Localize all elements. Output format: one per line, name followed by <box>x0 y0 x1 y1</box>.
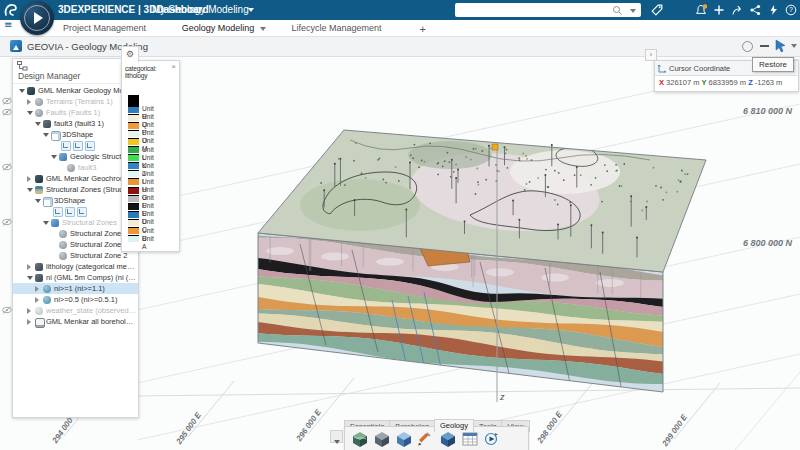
block-model-icon[interactable] <box>373 430 391 448</box>
gear-icon[interactable]: ⚙ <box>126 49 134 59</box>
representation-badge-icon[interactable] <box>61 141 71 151</box>
tree-item[interactable]: ni>=1 (ni>=1.1) <box>13 283 138 294</box>
expand-arrow-icon[interactable] <box>27 111 33 115</box>
search-options-chevron-icon[interactable] <box>630 9 636 13</box>
menu-icon[interactable]: ≡ <box>4 19 12 30</box>
collapse-arrow-icon[interactable] <box>27 99 31 105</box>
hidden-eye-slash-icon[interactable] <box>2 306 12 314</box>
restore-icon[interactable] <box>774 39 787 53</box>
table-view-icon[interactable] <box>461 430 479 448</box>
weather-node-icon <box>35 307 43 315</box>
tree-item[interactable]: GML Menkar Geology Models A <box>13 85 138 96</box>
run-compute-icon[interactable] <box>483 430 501 448</box>
solid-model-icon[interactable] <box>439 430 457 448</box>
representation-badge-icon[interactable] <box>77 207 87 217</box>
tree-item[interactable]: weather_state (observed weather st <box>13 305 138 316</box>
tree-item[interactable]: 3DShape <box>13 195 138 206</box>
add-tab-button[interactable]: + <box>419 23 425 38</box>
restore-tooltip: Restore <box>752 57 794 72</box>
tree-item[interactable]: ni>=0.5 (ni>=0.5.1) <box>13 294 138 305</box>
3dcompass-icon[interactable] <box>20 1 54 35</box>
edit-geology-icon[interactable] <box>417 430 435 448</box>
geology-shape-icon[interactable] <box>395 430 413 448</box>
minimize-icon[interactable] <box>760 45 769 47</box>
hidden-eye-slash-icon[interactable] <box>2 97 12 105</box>
tree-item[interactable]: fault3 (fault3 1) <box>13 118 138 129</box>
tree-item[interactable]: lithology (categorical measurement) <box>13 261 138 272</box>
tree-item[interactable]: Structural Zone 1 <box>13 239 138 250</box>
tree-item[interactable]: 3DShape <box>13 129 138 140</box>
legend-color-swatch <box>128 146 139 153</box>
tree-item[interactable]: ni (GML 5m Comps) (ni (GML 5m C <box>13 272 138 283</box>
expand-arrow-icon[interactable] <box>43 221 49 225</box>
workspace-chevron-icon[interactable] <box>248 8 254 12</box>
representation-badge-icon[interactable] <box>73 141 83 151</box>
hidden-eye-slash-icon[interactable] <box>2 218 12 226</box>
tree-item[interactable]: Faults (Faults 1) <box>13 107 138 118</box>
design-tree-icon[interactable] <box>17 61 28 71</box>
view-options-chevron-icon[interactable] <box>791 44 797 48</box>
assistant-icon[interactable] <box>767 4 779 16</box>
collaborate-icon[interactable] <box>749 4 761 16</box>
action-tab-geology[interactable]: Geology <box>434 419 474 432</box>
dashboard-tab-project-management[interactable]: Project Management <box>63 23 146 38</box>
search-icon[interactable] <box>612 5 623 16</box>
tab-chevron-icon[interactable] <box>260 27 266 31</box>
hidden-eye-slash-icon[interactable] <box>2 108 12 116</box>
collapse-arrow-icon[interactable] <box>27 176 31 182</box>
tree-item[interactable]: Structural Zones (Structural Zone <box>13 184 138 195</box>
dashboard-tab-geology-modeling[interactable]: Geology Modeling <box>182 23 267 38</box>
top-bar: 3DEXPERIENCE | 3DDashboard My Geology Mo… <box>0 0 800 20</box>
cube-node-icon <box>35 274 43 282</box>
record-circle-icon[interactable] <box>742 41 753 52</box>
workspace-title[interactable]: My Geology Modeling <box>152 4 249 15</box>
tree-item[interactable]: GML Menkar all boreholes (2) <box>13 316 138 327</box>
expand-arrow-icon[interactable] <box>35 199 41 203</box>
north-coordinate-label: 6 810 000 N <box>722 106 792 116</box>
expand-arrow-icon[interactable] <box>27 188 33 192</box>
dashboard-tab-lifecycle-management[interactable]: Lifecycle Management <box>291 23 381 38</box>
collapse-arrow-icon[interactable] <box>27 264 31 270</box>
search-input[interactable] <box>455 3 641 17</box>
help-icon[interactable]: ? <box>785 4 797 16</box>
collapse-arrow-icon[interactable] <box>35 297 39 303</box>
tree-item[interactable]: Geologic Structure <box>13 151 138 162</box>
tree-item[interactable]: Structural Zone 2 <box>13 250 138 261</box>
cursor-coordinates: X 326107 m Y 6833959 m Z -1263 m <box>659 78 782 87</box>
representation-badge-icon[interactable] <box>85 141 95 151</box>
legend-color-swatch <box>128 106 139 113</box>
expand-arrow-icon[interactable] <box>43 133 49 137</box>
iso-node-icon <box>43 285 51 293</box>
tree-item[interactable]: Terrains (Terrains 1) <box>13 96 138 107</box>
shape-node-icon <box>51 131 61 141</box>
hidden-eye-slash-icon[interactable] <box>2 163 12 171</box>
tree-item[interactable]: Structural Zone 0 <box>13 228 138 239</box>
legend-settings-tab[interactable]: ⚙ <box>121 46 139 62</box>
collapse-arrow-icon[interactable] <box>27 308 31 314</box>
representation-badge-icon[interactable] <box>53 207 63 217</box>
add-icon[interactable] <box>713 4 725 16</box>
action-bar-collapse-button[interactable] <box>330 430 343 443</box>
terrain-model-icon[interactable] <box>351 430 369 448</box>
expand-arrow-icon[interactable] <box>19 89 25 93</box>
representation-badge-row[interactable] <box>13 206 138 217</box>
collapse-arrow-icon[interactable] <box>27 319 31 325</box>
tree-item[interactable]: fault3 <box>13 162 138 173</box>
tree-item-label: lithology (categorical measurement) <box>46 261 137 272</box>
expand-arrow-icon[interactable] <box>27 276 33 280</box>
representation-badge-icon[interactable] <box>65 207 75 217</box>
coordinate-value-z: -1263 m <box>755 78 783 87</box>
expand-arrow-icon[interactable] <box>35 122 41 126</box>
coordinate-axis-z: Z <box>748 78 755 87</box>
legend-color-swatch <box>128 170 139 177</box>
tree-item[interactable]: Structural Zones <box>13 217 138 228</box>
tree-item[interactable]: GML Menkar Geochronology (G <box>13 173 138 184</box>
collapse-arrow-icon[interactable] <box>35 286 39 292</box>
representation-badge-row[interactable] <box>13 140 138 151</box>
geovia-app-icon[interactable] <box>10 40 22 52</box>
sphere-node-icon <box>59 241 67 249</box>
tag-icon[interactable] <box>650 3 664 17</box>
notifications-icon[interactable] <box>695 4 707 16</box>
share-icon[interactable] <box>731 4 743 16</box>
expand-arrow-icon[interactable] <box>51 155 57 159</box>
